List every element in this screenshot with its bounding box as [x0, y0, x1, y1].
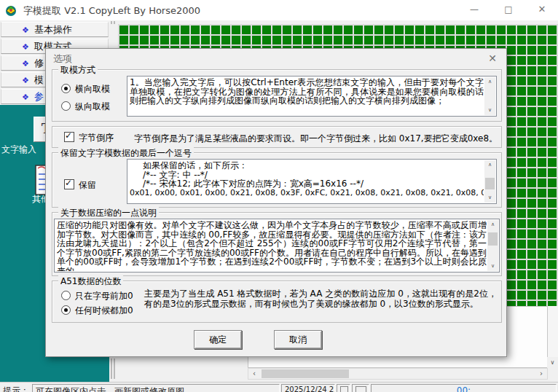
sidebar-item-basic-ops[interactable]: ❖基本操作 — [1, 22, 109, 37]
sampling-description: 1。当您输入完文字后，可以按Ctrl+Enter表示您想结束文字的输入，但由于要… — [130, 78, 484, 115]
close-button[interactable]: ✕ — [525, 0, 558, 20]
radio-a51-letter-only[interactable]: 只在字母前加0 — [61, 290, 133, 302]
scrollbar-thumb[interactable] — [488, 232, 498, 246]
textbox-scrollbar[interactable]: ∧ ∨ — [484, 77, 495, 115]
diamond-icon: ❖ — [22, 59, 29, 68]
example-line: /*-- 宋体12; 此字体下对应的点阵为：宽x高=16x16 --*/ — [130, 179, 484, 189]
byte-reverse-description: 字节倒序是为了满足某些液晶的要求而设。即一个字节倒过来，比如 0x17,要把它变… — [134, 133, 498, 145]
a51-description: 主要是为了当生成 A51 格式数据时，若为 AA 之类的数前边应加 0，这就出现… — [144, 289, 497, 309]
scrollbar-thumb[interactable] — [262, 369, 349, 378]
example-line: 如果保留的话，如下所示： — [130, 161, 484, 170]
radio-horizontal-sampling[interactable]: 横向取模 — [61, 83, 110, 95]
sidebar-item-label: 基本操作 — [34, 24, 72, 35]
radio-label: 只在字母前加0 — [75, 291, 133, 301]
grip-icon — [114, 358, 115, 379]
group-sampling-mode: 取模方式 横向取模 纵向取模 1。当您输入完文字后，可以按Ctrl+Enter表… — [52, 69, 502, 122]
scroll-down-icon[interactable]: ∨ — [484, 193, 495, 203]
diamond-icon: ❖ — [22, 93, 29, 102]
status-icon-panel-2 — [352, 384, 369, 392]
status-timer: 00: — [371, 384, 557, 392]
ok-button[interactable]: 确定 — [194, 330, 242, 349]
scroll-up-icon[interactable]: ∧ — [484, 160, 495, 170]
sidebar-item-label: 模 — [34, 74, 44, 85]
example-line: 0x01, 0x00, 0x01, 0x00, 0x21, 0x08, 0x3F… — [130, 189, 484, 198]
window-title: 字模提取 V2.1 CopyLeft By Horse2000 — [23, 4, 200, 17]
status-icon — [355, 386, 366, 392]
compression-description: 压缩的功能只对图像有效。对单个文字不建议这么做，因为单个文字本身占的字节数较少，… — [57, 221, 487, 271]
group-a51-digits: A51数据的位数 只在字母前加0 任何时候都加0 主要是为了当生成 A51 格式… — [52, 281, 502, 323]
scroll-down-icon[interactable]: ∨ — [487, 262, 498, 271]
grip-icon — [111, 358, 112, 379]
status-bar: 提示： 可在图像区内点击，画新图或修改原图 2025/12/24 22:53:3… — [0, 382, 558, 392]
radio-vertical-sampling[interactable]: 纵向取模 — [61, 101, 110, 113]
status-icon-panel-1 — [337, 384, 350, 392]
dialog-close-icon[interactable]: ✕ — [483, 51, 502, 66]
checkbox-keep[interactable]: ✓保留 — [64, 179, 96, 192]
sidebar-item-label: 修 — [34, 58, 44, 68]
checkbox-byte-reverse[interactable]: ✓字节倒序 — [64, 132, 114, 144]
radio-icon — [61, 101, 71, 111]
horizontal-scrollbar[interactable]: ‹ › — [248, 368, 548, 380]
group-title: 保留文字字模数据的最后一个逗号 — [58, 147, 194, 160]
text-input-label: 文字输入 — [1, 144, 36, 156]
scroll-down-button[interactable]: ∨ — [547, 357, 558, 368]
checkbox-label: 保留 — [79, 180, 96, 190]
radio-icon — [61, 291, 71, 300]
radio-icon — [61, 305, 71, 315]
options-dialog: 选项 ✕ 取模方式 横向取模 纵向取模 1。当您输入完文字后，可以按Ctrl+E… — [45, 48, 507, 357]
compression-description-box: 压缩的功能只对图像有效。对单个文字不建议这么做，因为单个文字本身占的字节数较少，… — [54, 219, 500, 273]
scroll-down-icon[interactable]: ∨ — [484, 106, 495, 115]
grip-icon — [114, 21, 115, 24]
textbox-scrollbar[interactable]: ∧ ∨ — [487, 220, 498, 271]
checkbox-icon: ✓ — [64, 179, 74, 189]
textbox-scrollbar[interactable]: ∧ ∨ — [484, 160, 495, 203]
diamond-icon: ❖ — [22, 42, 29, 52]
diamond-icon: ❖ — [22, 76, 29, 85]
vertical-scrollbar-track[interactable] — [548, 306, 558, 357]
cancel-button[interactable]: 取消 — [274, 330, 322, 349]
group-byte-reverse: ✓字节倒序 字节倒序是为了满足某些液晶的要求而设。即一个字节倒过来，比如 0x1… — [52, 126, 502, 148]
scroll-left-button[interactable]: ‹ — [248, 369, 260, 379]
keep-comma-example-box: 如果保留的话，如下所示： /*-- 文字: 中 --*/ /*-- 宋体12; … — [127, 159, 497, 204]
group-title: A51数据的位数 — [58, 275, 123, 288]
scroll-up-icon[interactable]: ∧ — [484, 77, 495, 87]
status-icon — [340, 386, 348, 392]
scrollbar-thumb[interactable] — [485, 178, 495, 189]
splitter-handle[interactable] — [110, 357, 117, 380]
grip-icon — [111, 21, 112, 24]
checkbox-icon: ✓ — [64, 132, 74, 142]
group-title: 关于数据压缩的一点说明 — [58, 207, 159, 219]
app-icon — [5, 4, 17, 17]
scroll-right-button[interactable]: › — [535, 369, 547, 379]
status-hint-label: 提示： — [3, 385, 29, 392]
group-title: 取模方式 — [58, 64, 98, 77]
group-keep-comma: 保留文字字模数据的最后一个逗号 ✓保留 如果保留的话，如下所示： /*-- 文字… — [52, 152, 502, 208]
status-message: 可在图像区内点击，画新图或修改原图 — [32, 384, 280, 392]
radio-label: 任何时候都加0 — [75, 305, 133, 315]
radio-a51-always[interactable]: 任何时候都加0 — [61, 305, 133, 317]
minimize-button[interactable]: — — [457, 0, 491, 20]
maximize-button[interactable]: □ — [492, 0, 525, 20]
scroll-up-icon[interactable]: ∧ — [487, 220, 498, 230]
radio-label: 横向取模 — [75, 84, 110, 94]
radio-label: 纵向取模 — [75, 101, 110, 111]
sidebar-item-label: 参 — [34, 91, 44, 102]
status-datetime: 2025/12/24 22:53:33 — [281, 384, 335, 392]
title-bar: 字模提取 V2.1 CopyLeft By Horse2000 — □ ✕ — [0, 0, 558, 21]
group-compression-note: 关于数据压缩的一点说明 压缩的功能只对图像有效。对单个文字不建议这么做，因为单个… — [52, 212, 502, 276]
radio-icon — [61, 84, 71, 93]
sampling-description-box: 1。当您输入完文字后，可以按Ctrl+Enter表示您想结束文字的输入，但由于要… — [127, 76, 497, 117]
checkbox-label: 字节倒序 — [79, 133, 114, 143]
diamond-icon: ❖ — [22, 26, 29, 35]
